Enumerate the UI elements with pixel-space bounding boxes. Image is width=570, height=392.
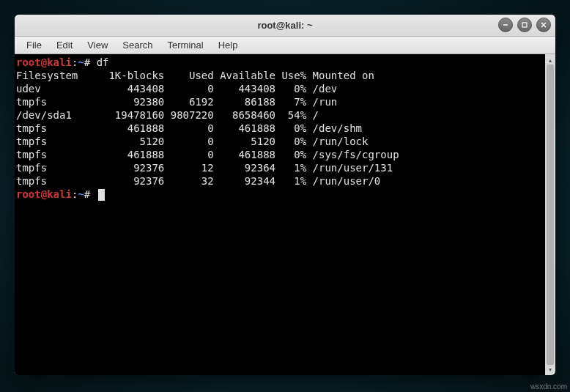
cursor xyxy=(98,189,105,201)
titlebar[interactable]: root@kali: ~ xyxy=(15,15,555,37)
menu-edit[interactable]: Edit xyxy=(49,38,80,52)
menu-view[interactable]: View xyxy=(80,38,115,52)
terminal-output[interactable]: root@kali:~# df Filesystem 1K-blocks Use… xyxy=(15,54,545,375)
watermark: wsxdn.com xyxy=(530,382,567,391)
menu-file[interactable]: File xyxy=(19,38,49,52)
menubar: File Edit View Search Terminal Help xyxy=(15,37,555,54)
maximize-icon xyxy=(521,21,528,29)
window-controls xyxy=(498,18,551,32)
minimize-icon xyxy=(502,21,509,29)
scrollbar-thumb[interactable] xyxy=(547,64,554,365)
scrollbar[interactable]: ▴ ▾ xyxy=(545,54,555,375)
menu-help[interactable]: Help xyxy=(211,38,245,52)
minimize-button[interactable] xyxy=(498,18,513,32)
scroll-up-button[interactable]: ▴ xyxy=(546,56,555,64)
scroll-down-button[interactable]: ▾ xyxy=(546,365,555,374)
close-button[interactable] xyxy=(536,18,551,32)
scrollbar-track[interactable] xyxy=(545,64,555,365)
menu-terminal[interactable]: Terminal xyxy=(160,38,211,52)
window-title: root@kali: ~ xyxy=(257,20,312,31)
maximize-button[interactable] xyxy=(517,18,532,32)
menu-search[interactable]: Search xyxy=(115,38,160,52)
close-icon xyxy=(540,21,547,29)
terminal-area: root@kali:~# df Filesystem 1K-blocks Use… xyxy=(15,54,555,375)
svg-rect-1 xyxy=(522,23,527,27)
terminal-window: root@kali: ~ File Edit View Search Termi… xyxy=(15,15,555,375)
